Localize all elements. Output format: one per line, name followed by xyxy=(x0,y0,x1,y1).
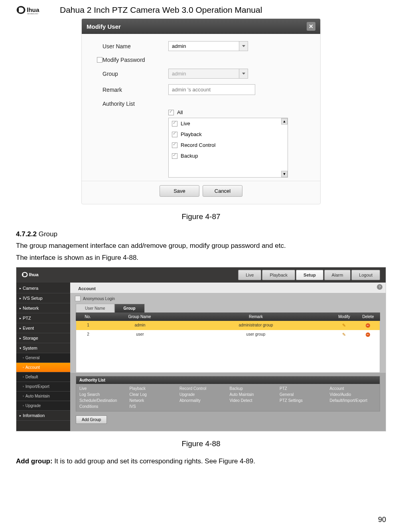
group-select[interactable]: admin xyxy=(168,69,248,79)
save-button[interactable]: Save xyxy=(160,185,199,197)
sidebar-sub-import-export[interactable]: ›Import/Export xyxy=(16,382,70,392)
authority-list-box[interactable]: ▲ Live Playback Record Control Backup ▼ xyxy=(168,118,288,178)
authority-grid-item: Network xyxy=(130,398,177,403)
chevron-down-icon[interactable] xyxy=(239,69,248,79)
authority-grid-item: Clear Log xyxy=(130,392,177,397)
authority-item-label: Live xyxy=(181,121,190,127)
group-value: admin xyxy=(168,69,239,79)
chevron-right-icon: › xyxy=(23,356,24,360)
account-sub-tabs: User Name Group xyxy=(70,304,386,312)
authority-item-label: Backup xyxy=(181,153,198,159)
sidebar-item-event[interactable]: ▸Event xyxy=(16,323,70,333)
table-row[interactable]: 1 admin administrator group ✎ − xyxy=(76,321,380,330)
authority-item-checkbox[interactable] xyxy=(172,153,177,159)
web-top-bar: lhua Live Playback Setup Alarm Logout xyxy=(16,267,386,283)
document-title: Dahua 2 Inch PTZ Camera Web 3.0 Operatio… xyxy=(60,5,262,15)
chevron-right-icon: ▸ xyxy=(20,307,21,310)
authority-list-label: Authority List xyxy=(102,101,168,107)
dahua-logo-icon: lhua TECHNOLOGY xyxy=(16,4,52,16)
authority-item-checkbox[interactable] xyxy=(172,121,177,127)
figure-caption-87: Figure 4-87 xyxy=(16,212,386,221)
authority-panel-title: Authority List xyxy=(76,376,380,384)
authority-grid-item: Log Search xyxy=(79,392,126,397)
chevron-right-icon: › xyxy=(23,394,24,398)
sub-tab-group[interactable]: Group xyxy=(114,304,145,312)
add-group-button[interactable]: Add Group xyxy=(76,415,107,424)
authority-grid-item: Default/Import/Export xyxy=(330,398,377,403)
scroll-down-icon[interactable]: ▼ xyxy=(281,171,288,177)
sidebar-item-ivs[interactable]: ▸IVS Setup xyxy=(16,293,70,303)
tab-playback[interactable]: Playback xyxy=(262,270,295,280)
authority-grid-item: Video Detect xyxy=(230,398,277,403)
anonymous-login-checkbox[interactable] xyxy=(75,296,81,301)
sidebar-sub-default[interactable]: ›Default xyxy=(16,372,70,382)
sidebar-item-network[interactable]: ▸Network xyxy=(16,303,70,313)
help-icon[interactable]: ? xyxy=(377,284,382,290)
delete-icon[interactable]: − xyxy=(366,332,370,337)
sidebar-sub-account[interactable]: ›Account xyxy=(16,363,70,372)
user-name-label: User Name xyxy=(102,43,168,49)
modify-password-checkbox[interactable] xyxy=(97,57,102,63)
col-group-name: Group Name xyxy=(100,312,179,321)
sidebar-sub-auto-maintain[interactable]: ›Auto Maintain xyxy=(16,392,70,401)
sidebar-item-camera[interactable]: ▸Camera xyxy=(16,283,70,293)
sidebar-item-system[interactable]: ▾System xyxy=(16,343,70,353)
section-heading: 4.7.2.2 Group xyxy=(16,229,386,239)
chevron-down-icon[interactable] xyxy=(239,41,248,51)
section-number: 4.7.2.2 xyxy=(16,230,37,238)
remark-input[interactable] xyxy=(168,84,255,95)
sidebar-sub-general[interactable]: ›General xyxy=(16,353,70,363)
add-group-text: Add group: It is to add group and set it… xyxy=(16,456,386,467)
chevron-right-icon: ▸ xyxy=(20,336,21,340)
user-name-select[interactable]: admin xyxy=(168,41,248,51)
scroll-up-icon[interactable]: ▲ xyxy=(281,118,288,125)
modify-password-label: Modify Password xyxy=(102,57,168,63)
authority-item-checkbox[interactable] xyxy=(172,132,177,137)
authority-grid-item: Conditions xyxy=(79,404,126,409)
section-title: Group xyxy=(39,230,57,238)
sub-tab-user-name[interactable]: User Name xyxy=(76,304,114,312)
authority-all-checkbox[interactable] xyxy=(168,110,174,115)
authority-item-label: Record Control xyxy=(181,142,215,148)
sidebar-item-information[interactable]: ▸Information xyxy=(16,411,70,421)
table-row[interactable]: 2 user user group ✎ − xyxy=(76,330,380,339)
table-body: 1 admin administrator group ✎ − 2 user u… xyxy=(76,321,380,373)
dialog-header: Modify User ✕ xyxy=(82,19,320,34)
chevron-right-icon: ▸ xyxy=(20,297,21,300)
chevron-right-icon: › xyxy=(23,404,24,407)
svg-text:lhua: lhua xyxy=(29,272,39,277)
add-group-bold: Add group: xyxy=(16,457,53,465)
tab-setup[interactable]: Setup xyxy=(296,270,323,280)
tab-alarm[interactable]: Alarm xyxy=(324,270,351,280)
sidebar-sub-upgrade[interactable]: ›Upgrade xyxy=(16,401,70,411)
document-page: lhua TECHNOLOGY Dahua 2 Inch PTZ Camera … xyxy=(0,0,402,532)
sidebar-item-storage[interactable]: ▸Storage xyxy=(16,333,70,343)
authority-grid-item: Schedule/Destination xyxy=(79,398,126,403)
authority-all-label: All xyxy=(177,109,183,115)
chevron-right-icon: ▸ xyxy=(20,414,21,417)
edit-icon[interactable]: ✎ xyxy=(342,323,346,328)
authority-grid-item: Auto Maintain xyxy=(230,392,277,397)
authority-grid: LivePlaybackRecord ControlBackupPTZAccou… xyxy=(76,384,380,411)
top-tabs: Live Playback Setup Alarm Logout xyxy=(238,270,380,280)
sidebar-item-ptz[interactable]: ▸PTZ xyxy=(16,313,70,323)
svg-text:TECHNOLOGY: TECHNOLOGY xyxy=(27,13,39,15)
chevron-right-icon: › xyxy=(23,366,24,369)
col-modify: Modify xyxy=(332,312,356,321)
group-label: Group xyxy=(102,71,168,77)
chevron-right-icon: ▸ xyxy=(20,287,21,290)
close-icon[interactable]: ✕ xyxy=(307,22,315,31)
figure-caption-88: Figure 4-88 xyxy=(16,439,386,448)
tab-live[interactable]: Live xyxy=(238,270,261,280)
authority-grid-item: Live xyxy=(79,386,126,391)
authority-grid-item: Upgrade xyxy=(179,392,227,397)
authority-item-checkbox[interactable] xyxy=(172,142,177,148)
delete-icon[interactable]: − xyxy=(366,323,370,328)
cancel-button[interactable]: Cancel xyxy=(203,185,242,197)
edit-icon[interactable]: ✎ xyxy=(342,332,346,337)
chevron-right-icon: ▸ xyxy=(20,316,21,320)
authority-grid-item: Backup xyxy=(230,386,277,391)
dialog-title: Modify User xyxy=(87,23,121,30)
tab-logout[interactable]: Logout xyxy=(351,270,380,280)
content-title: Account xyxy=(70,284,104,293)
